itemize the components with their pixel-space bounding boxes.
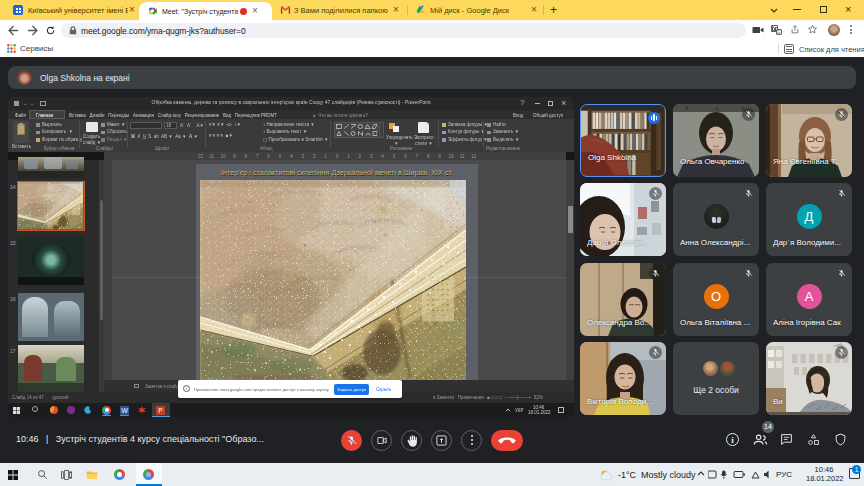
svg-text:4: 4: [381, 154, 384, 159]
svg-text:10: 10: [448, 154, 454, 159]
svg-text:8: 8: [245, 154, 248, 159]
svg-text:3: 3: [370, 154, 373, 159]
svg-text:1: 1: [347, 154, 350, 159]
svg-text:0: 0: [336, 154, 339, 159]
svg-text:10: 10: [220, 154, 226, 159]
svg-text:9: 9: [233, 154, 236, 159]
svg-text:12: 12: [471, 154, 477, 159]
svg-text:7: 7: [416, 154, 419, 159]
svg-text:1: 1: [324, 154, 327, 159]
svg-text:6: 6: [404, 154, 407, 159]
svg-text:8: 8: [427, 154, 430, 159]
svg-text:2: 2: [313, 154, 316, 159]
svg-text:5: 5: [393, 154, 396, 159]
svg-text:4: 4: [290, 154, 293, 159]
svg-text:6: 6: [267, 154, 270, 159]
svg-text:2: 2: [359, 154, 362, 159]
svg-text:3: 3: [302, 154, 305, 159]
svg-text:5: 5: [279, 154, 282, 159]
svg-text:11: 11: [209, 154, 214, 159]
svg-text:11: 11: [460, 154, 465, 159]
svg-text:12: 12: [198, 154, 204, 159]
svg-text:9: 9: [438, 154, 441, 159]
svg-text:7: 7: [256, 154, 259, 159]
